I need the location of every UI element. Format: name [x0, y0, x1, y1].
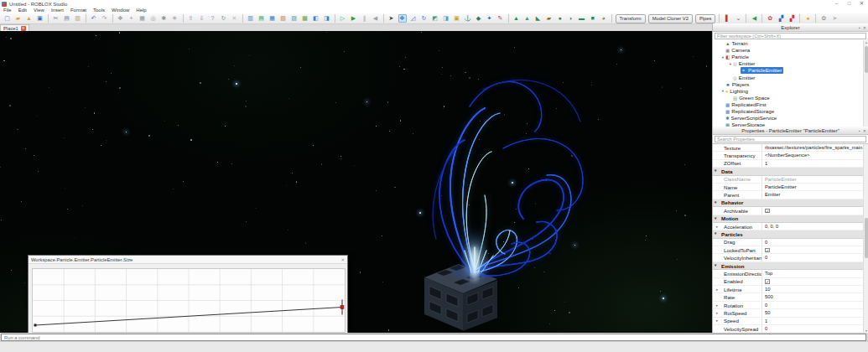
property-section-behavior[interactable]: Behavior▾: [713, 199, 868, 207]
pipes-button[interactable]: Pipes: [695, 14, 716, 23]
tree-item-terrain[interactable]: ▲Terrain: [713, 40, 868, 47]
plugin-gray-icon[interactable]: ✿: [819, 14, 828, 23]
panel-close-icon[interactable]: ✕: [863, 25, 866, 30]
property-value[interactable]: rbxasset://textures/particles/fire_spark…: [761, 144, 868, 151]
property-value[interactable]: <NumberSequence>: [761, 152, 868, 158]
help-icon[interactable]: ?: [209, 14, 217, 23]
property-section-emission[interactable]: Emission▾: [713, 262, 868, 270]
scale-tool-icon[interactable]: ◿: [409, 14, 418, 23]
curve-editor-titlebar[interactable]: Workspace.Particle.Emitter.ParticleEmitt…: [29, 256, 347, 264]
new-file-icon[interactable]: ▢: [3, 14, 12, 23]
close-button[interactable]: ✕: [855, 0, 868, 8]
checkbox-icon[interactable]: ✓: [765, 279, 770, 284]
terrain-generate-icon[interactable]: ◕: [600, 14, 608, 23]
stop-icon[interactable]: ◀: [372, 14, 380, 23]
tab-close-icon[interactable]: ✕: [21, 26, 26, 31]
diagnostics-toggle-icon[interactable]: ▩: [301, 14, 309, 23]
scrollbar-thumb[interactable]: [865, 218, 868, 258]
menu-format[interactable]: Format: [67, 8, 90, 13]
tree-item-green-space[interactable]: ▤Green Space: [713, 95, 868, 101]
terrain-flatten-icon[interactable]: ▬: [578, 14, 586, 23]
pause-icon[interactable]: ∥: [361, 14, 369, 23]
move-tool-icon[interactable]: ✥: [398, 14, 407, 23]
dialog-close-icon[interactable]: ✕: [340, 257, 345, 262]
tree-item-emitter[interactable]: ◎Emitter: [713, 74, 868, 80]
property-section-motion[interactable]: Motion▾: [713, 215, 868, 223]
plugin-flower-icon[interactable]: ✿: [766, 14, 774, 23]
dock-left-icon[interactable]: ◧: [312, 14, 320, 23]
explorer-header[interactable]: Explorer ▪ ✕: [713, 23, 868, 32]
script-insert-icon[interactable]: ✎: [496, 14, 505, 23]
collision-icon[interactable]: ◎: [149, 14, 158, 23]
surface-icon[interactable]: ◆: [475, 14, 483, 23]
toolbox-toggle-icon[interactable]: ▧: [279, 14, 288, 23]
property-section-particles[interactable]: Particles▾: [713, 230, 868, 238]
chevron-down-icon[interactable]: ⌄: [734, 14, 742, 23]
property-value[interactable]: ✓: [761, 278, 868, 285]
property-value[interactable]: Emitter: [761, 191, 868, 198]
section-collapse-icon[interactable]: ▾: [715, 231, 716, 236]
expand-icon[interactable]: ▸: [716, 318, 718, 323]
property-value[interactable]: ParticleEmitter: [761, 184, 868, 190]
tree-item-lighting[interactable]: ▾●Lighting: [713, 88, 868, 95]
save-icon[interactable]: ▣: [36, 14, 44, 23]
menu-help[interactable]: Help: [133, 8, 149, 13]
expand-icon[interactable]: ▸: [716, 311, 718, 315]
expand-icon[interactable]: ▸: [716, 287, 718, 292]
expand-icon[interactable]: ▸: [716, 303, 718, 308]
publish-icon[interactable]: ▲: [25, 14, 34, 23]
play-icon[interactable]: ▶: [350, 14, 358, 23]
terrain-region-icon[interactable]: ■: [589, 14, 597, 23]
terrain-smooth-icon[interactable]: ▰: [545, 14, 554, 23]
group-icon[interactable]: ⇧: [187, 14, 195, 23]
plugin-play-icon[interactable]: ◀: [750, 14, 758, 23]
dock-right-icon[interactable]: ◨: [323, 14, 331, 23]
menu-tools[interactable]: Tools: [90, 8, 108, 13]
open-file-icon[interactable]: ▰: [14, 14, 23, 23]
viewport-3d[interactable]: Workspace.Particle.Emitter.ParticleEmitt…: [0, 31, 712, 333]
select-tool-icon[interactable]: ➤: [387, 14, 396, 23]
plugin-ball-icon[interactable]: ●: [803, 14, 812, 23]
tree-item-emitter[interactable]: ▾◎Emitter: [713, 60, 868, 67]
terrain-add-icon[interactable]: ▲: [512, 14, 521, 23]
tree-item-serverscriptservice[interactable]: ✱ServerScriptService: [713, 115, 868, 122]
ungroup-icon[interactable]: ⇩: [198, 14, 206, 23]
property-value[interactable]: 1: [761, 318, 868, 324]
panel-pin-icon[interactable]: ▪: [859, 25, 860, 30]
tree-item-particleemitter[interactable]: ✦ParticleEmitter: [713, 67, 868, 74]
curve-end-point[interactable]: [340, 306, 344, 309]
rotate-tool-icon[interactable]: ↻: [420, 14, 429, 23]
plugin-save-icon[interactable]: ▌: [723, 14, 731, 23]
run-icon[interactable]: ▷: [339, 14, 347, 23]
section-collapse-icon[interactable]: ▾: [715, 263, 716, 267]
plugin-cursor-icon[interactable]: ➤: [830, 14, 839, 23]
property-value[interactable]: ✓: [761, 207, 868, 214]
snap-move-icon[interactable]: ✥: [117, 14, 125, 23]
cut-icon[interactable]: ✂: [52, 14, 60, 23]
paste-icon[interactable]: ▥: [74, 14, 82, 23]
terrain-grow-icon[interactable]: ▲: [523, 14, 532, 23]
explorer-filter-input[interactable]: Filter workspace (Ctrl+Shift+X): [715, 33, 866, 39]
tab-place1[interactable]: Place1✕: [0, 24, 29, 31]
terrain-erode-icon[interactable]: ◣: [534, 14, 543, 23]
reload-icon[interactable]: ↻: [220, 14, 228, 23]
terrain-sea-icon[interactable]: ◗: [567, 14, 575, 23]
menu-edit[interactable]: Edit: [15, 8, 30, 13]
property-value[interactable]: 0, 0, 0: [761, 223, 868, 230]
properties-toggle-icon[interactable]: ▤: [257, 14, 266, 23]
copy-icon[interactable]: ▤: [63, 14, 71, 23]
property-value[interactable]: 0: [761, 302, 868, 308]
tree-item-replicatedstorage[interactable]: ▦ReplicatedStorage: [713, 108, 868, 115]
model-cloner-button[interactable]: Model Cloner V2: [648, 14, 693, 23]
menu-insert[interactable]: Insert: [48, 8, 67, 13]
properties-header[interactable]: Properties - ParticleEmitter "ParticleEm…: [713, 127, 868, 135]
script-toggle-icon[interactable]: ▨: [290, 14, 299, 23]
property-value[interactable]: 50: [761, 309, 868, 316]
decal-icon[interactable]: ✦: [486, 14, 494, 23]
lock-icon[interactable]: ▣: [453, 14, 461, 23]
scroll-up-icon[interactable]: ▴: [864, 40, 868, 45]
expand-icon[interactable]: ▸: [716, 225, 718, 229]
menu-view[interactable]: View: [30, 8, 48, 13]
clear-icon[interactable]: ✕: [231, 14, 239, 23]
redo-icon[interactable]: ↷: [101, 14, 109, 23]
